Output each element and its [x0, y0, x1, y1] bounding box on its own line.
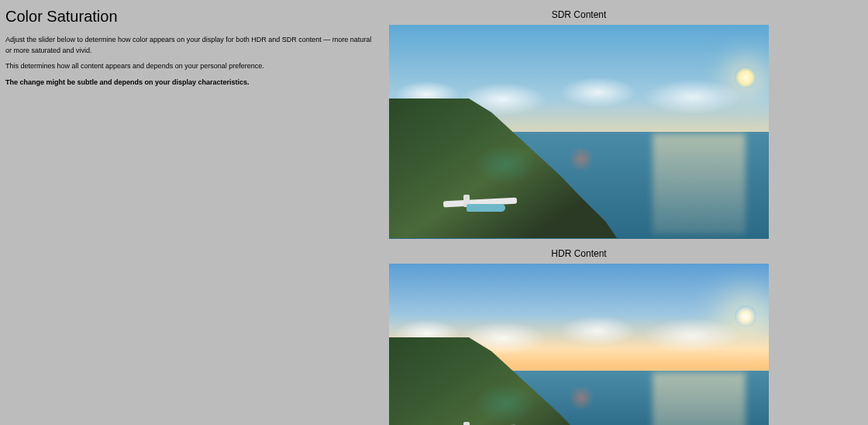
- sdr-label: SDR Content: [389, 9, 769, 20]
- preview-panel: SDR Content HDR Content: [389, 9, 769, 425]
- hdr-label: HDR Content: [389, 248, 769, 259]
- description-line-1: Adjust the slider below to determine how…: [5, 35, 377, 56]
- page-title: Color Saturation: [5, 8, 377, 26]
- description-line-3: The change might be subtle and depends o…: [5, 78, 377, 88]
- sdr-preview-image: [389, 25, 769, 239]
- description-line-2: This determines how all content appears …: [5, 61, 377, 72]
- hdr-preview-image: [389, 264, 769, 425]
- info-panel: Color Saturation Adjust the slider below…: [5, 8, 377, 93]
